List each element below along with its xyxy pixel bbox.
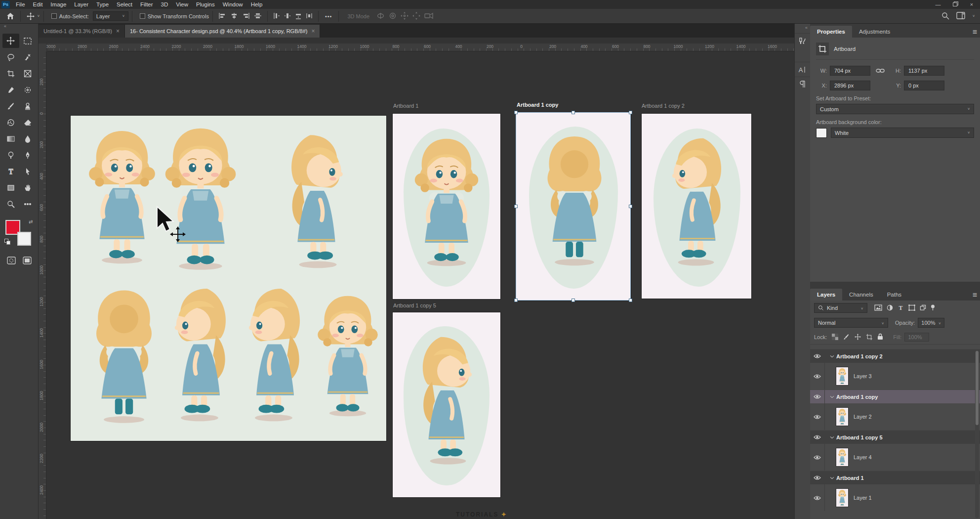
default-colors-icon[interactable] — [4, 239, 11, 245]
layer-visibility-eye-icon[interactable] — [810, 349, 825, 363]
filter-shape-layers-icon[interactable] — [908, 304, 915, 312]
collapse-chevron-icon[interactable] — [830, 395, 834, 399]
distribute-center-icon[interactable] — [284, 12, 291, 20]
show-transform-checkbox[interactable] — [140, 13, 145, 19]
background-color-swatch[interactable] — [17, 232, 31, 246]
layer-visibility-eye-icon[interactable] — [810, 444, 825, 471]
menu-window[interactable]: Window — [219, 1, 247, 8]
filter-smart-objects-icon[interactable] — [920, 304, 926, 312]
layer-thumbnail[interactable] — [836, 488, 849, 507]
selection-handle-w[interactable] — [514, 205, 518, 208]
selection-handle-n[interactable] — [572, 111, 575, 114]
close-button[interactable]: × — [963, 0, 980, 9]
menu-layer[interactable]: Layer — [70, 1, 92, 8]
selection-handle-se[interactable] — [629, 299, 632, 302]
close-tab-icon[interactable]: × — [311, 28, 315, 35]
menu-select[interactable]: Select — [113, 1, 136, 8]
swap-colors-icon[interactable]: ⇄ — [29, 219, 33, 224]
tool-edit-toolbar[interactable] — [19, 197, 36, 211]
artboard-label-1-copy-5[interactable]: Artboard 1 copy 5 — [393, 303, 436, 308]
workspace-switcher-icon[interactable] — [956, 12, 965, 20]
opacity-field[interactable]: 100% ∨ — [918, 318, 944, 328]
panel-menu-icon[interactable]: ≡ — [973, 291, 977, 300]
lock-pixels-icon[interactable] — [843, 334, 850, 341]
toolbar-collapse-chevron[interactable]: « — [0, 24, 38, 32]
link-dimensions-icon[interactable] — [870, 68, 890, 73]
tab-layers[interactable]: Layers — [810, 289, 842, 301]
tool-dodge[interactable] — [2, 148, 19, 162]
lock-artboard-icon[interactable] — [866, 334, 872, 341]
layer-row-artboard-1-copy-5[interactable]: Artboard 1 copy 5 — [810, 430, 980, 444]
tool-type[interactable]: T — [2, 164, 19, 178]
auto-select-checkbox[interactable] — [51, 13, 57, 19]
vertical-ruler[interactable]: 2000200400600800100012001400160018002000… — [39, 51, 46, 519]
menu-image[interactable]: Image — [46, 1, 70, 8]
layer-row-artboard-1-copy-2[interactable]: Artboard 1 copy 2 — [810, 349, 980, 363]
distribute-bottom-icon[interactable] — [295, 12, 302, 20]
document-tab-character-design[interactable]: 16- Consistent Character design.psd @ 40… — [125, 25, 321, 38]
artboard-1-copy[interactable] — [516, 113, 631, 301]
menu-view[interactable]: View — [172, 1, 192, 8]
menu-type[interactable]: Type — [92, 1, 113, 8]
layer-visibility-eye-icon[interactable] — [810, 484, 825, 511]
tool-pen[interactable] — [19, 148, 36, 162]
layer-thumbnail[interactable] — [836, 367, 849, 386]
selection-handle-s[interactable] — [572, 299, 575, 302]
layer-row-artboard-1[interactable]: Artboard 1 — [810, 471, 980, 484]
tab-channels[interactable]: Channels — [842, 289, 880, 301]
document-tab-untitled[interactable]: Untitled-1 @ 33.3% (RGB/8) × — [39, 25, 125, 38]
tab-adjustments[interactable]: Adjustments — [852, 26, 897, 38]
tool-move[interactable] — [2, 34, 19, 48]
artboard-1-copy-2[interactable] — [642, 114, 751, 299]
menu-filter[interactable]: Filter — [136, 1, 157, 8]
menu-plugins[interactable]: Plugins — [192, 1, 219, 8]
more-align-options[interactable]: ••• — [325, 13, 332, 19]
collapse-chevron-icon[interactable] — [830, 354, 834, 358]
tool-clone-stamp[interactable] — [19, 99, 36, 113]
collapse-chevron-icon[interactable] — [830, 476, 834, 480]
tool-path-selection[interactable] — [19, 164, 36, 178]
tool-eraser[interactable] — [19, 115, 36, 130]
layer-row-artboard-1-copy[interactable]: Artboard 1 copy — [810, 389, 980, 403]
align-center-vertical-icon[interactable] — [254, 12, 262, 20]
move-tool-icon[interactable] — [24, 11, 37, 22]
align-center-horizontal-icon[interactable] — [230, 12, 238, 20]
tool-object-selection[interactable] — [19, 50, 36, 64]
artboard-label-1[interactable]: Artboard 1 — [393, 103, 418, 109]
selection-handle-e[interactable] — [629, 205, 632, 208]
close-tab-icon[interactable]: × — [116, 28, 120, 35]
y-field[interactable]: 0 px — [904, 81, 944, 90]
tool-history-brush[interactable] — [2, 115, 19, 130]
artboard-1[interactable] — [393, 114, 500, 299]
blend-mode-dropdown[interactable]: Normal ∨ — [814, 318, 888, 328]
layer-thumbnail[interactable] — [836, 407, 849, 426]
tool-zoom[interactable] — [2, 197, 19, 211]
workspace-chevron[interactable]: ∨ — [972, 14, 975, 18]
selection-handle-sw[interactable] — [514, 299, 518, 302]
lock-position-icon[interactable] — [855, 334, 861, 341]
home-button[interactable] — [4, 11, 17, 22]
menu-3d[interactable]: 3D — [157, 1, 172, 8]
layer-visibility-eye-icon[interactable] — [810, 471, 825, 484]
search-icon[interactable] — [941, 12, 949, 21]
layer-visibility-eye-icon[interactable] — [810, 431, 825, 444]
layer-row-layer-4[interactable]: Layer 4 — [810, 444, 980, 471]
filter-type-layers-icon[interactable]: T — [898, 304, 904, 312]
tool-gradient[interactable] — [2, 131, 19, 146]
layer-filter-dropdown[interactable]: Kind ∨ — [814, 303, 867, 313]
paragraph-panel-icon[interactable] — [795, 77, 811, 91]
tool-eyedropper[interactable] — [2, 83, 19, 97]
artboard-1-copy-5[interactable] — [393, 312, 500, 497]
artboard-label-1-copy-2[interactable]: Artboard 1 copy 2 — [642, 103, 685, 109]
lock-transparency-icon[interactable] — [832, 334, 838, 341]
tab-paths[interactable]: Paths — [880, 289, 908, 301]
menu-file[interactable]: File — [12, 1, 29, 8]
tool-blur[interactable] — [19, 131, 36, 146]
restore-button[interactable] — [946, 0, 963, 9]
layer-visibility-eye-icon[interactable] — [810, 390, 825, 403]
brush-settings-panel-icon[interactable] — [795, 33, 811, 48]
lock-all-icon[interactable] — [877, 333, 883, 341]
filter-pixel-layers-icon[interactable] — [874, 304, 882, 312]
tab-properties[interactable]: Properties — [810, 26, 852, 38]
canvas-area[interactable]: 3000280026002400220020001800160014001200… — [39, 38, 794, 519]
